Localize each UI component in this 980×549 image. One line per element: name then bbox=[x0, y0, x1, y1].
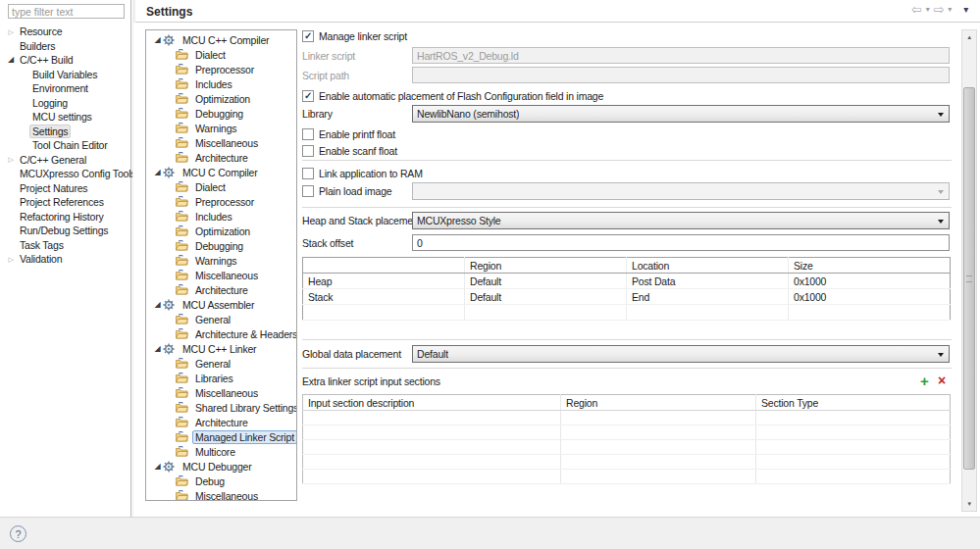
expanded-twisty-icon[interactable]: ◢ bbox=[5, 56, 17, 64]
tool-tree-page[interactable]: General bbox=[146, 356, 296, 371]
preference-tree-item[interactable]: Task Tags bbox=[0, 238, 131, 253]
tool-tree-category[interactable]: ◢MCU C++ Linker bbox=[146, 341, 296, 356]
tool-tree-category[interactable]: ◢MCU C++ Compiler bbox=[146, 32, 296, 47]
tool-tree-page[interactable]: Optimization bbox=[146, 224, 296, 238]
preference-tree-item[interactable]: Run/Debug Settings bbox=[0, 224, 131, 238]
tool-tree-page[interactable]: Shared Library Settings bbox=[146, 400, 296, 415]
table-row[interactable] bbox=[303, 425, 951, 440]
tool-tree-page[interactable]: Architecture bbox=[146, 282, 296, 297]
scroll-up-button[interactable]: ▲ bbox=[962, 30, 976, 44]
global-data-placement-select[interactable]: Default bbox=[412, 345, 950, 363]
tool-tree-page[interactable]: Preprocessor bbox=[146, 62, 296, 76]
back-dropdown-icon[interactable]: ▾ bbox=[926, 6, 930, 14]
preference-tree-item[interactable]: ▷C/C++ General bbox=[0, 153, 131, 168]
tool-tree-page[interactable]: Architecture bbox=[146, 150, 296, 165]
tool-tree-category[interactable]: ◢MCU C Compiler bbox=[146, 165, 296, 179]
tool-tree-page[interactable]: Libraries bbox=[146, 371, 296, 385]
delete-section-icon[interactable]: × bbox=[938, 374, 946, 388]
preference-tree-item[interactable]: ◢C/C++ Build bbox=[0, 53, 131, 68]
tool-tree-page[interactable]: Optimization bbox=[146, 91, 296, 106]
tool-tree-page[interactable]: Includes bbox=[146, 76, 296, 91]
help-icon[interactable]: ? bbox=[10, 525, 26, 542]
back-icon[interactable]: ⇦ bbox=[911, 3, 922, 16]
column-header[interactable]: Input section description bbox=[303, 395, 561, 411]
preference-tree-item[interactable]: Logging bbox=[0, 96, 131, 111]
expanded-twisty-icon[interactable]: ◢ bbox=[152, 345, 163, 353]
plain-load-image-checkbox[interactable] bbox=[302, 185, 314, 197]
tool-tree-page[interactable]: Miscellaneous bbox=[146, 385, 296, 400]
expanded-twisty-icon[interactable]: ◢ bbox=[152, 463, 163, 471]
tool-tree-page[interactable]: Miscellaneous bbox=[146, 135, 296, 150]
view-menu-icon[interactable]: ▾ bbox=[963, 5, 968, 15]
collapsed-twisty-icon[interactable]: ▷ bbox=[5, 256, 17, 263]
tool-tree-page[interactable]: Multicore bbox=[146, 444, 296, 459]
preference-tree-item[interactable]: MCU settings bbox=[0, 110, 131, 125]
scanf-float-checkbox[interactable] bbox=[302, 145, 314, 157]
printf-float-checkbox[interactable] bbox=[302, 128, 314, 140]
tool-settings-tree: ◢MCU C++ CompilerDialectPreprocessorIncl… bbox=[145, 29, 297, 501]
manage-linker-script-checkbox[interactable]: ✓ bbox=[302, 30, 314, 42]
table-row[interactable] bbox=[303, 411, 951, 425]
tool-tree-page[interactable]: Dialect bbox=[146, 179, 296, 194]
expanded-twisty-icon[interactable]: ◢ bbox=[152, 36, 163, 44]
heap-stack-placement-select[interactable]: MCUXpresso Style bbox=[412, 212, 950, 229]
tool-tree-page[interactable]: Miscellaneous bbox=[146, 268, 296, 282]
expanded-twisty-icon[interactable]: ◢ bbox=[152, 301, 163, 309]
scroll-down-button[interactable]: ▼ bbox=[962, 497, 976, 511]
expanded-twisty-icon[interactable]: ◢ bbox=[152, 169, 163, 176]
add-section-icon[interactable]: + bbox=[920, 374, 929, 388]
preference-tree-item[interactable]: Build Variables bbox=[0, 68, 131, 82]
column-header[interactable]: Region bbox=[465, 258, 627, 274]
stack-offset-input[interactable] bbox=[412, 234, 950, 251]
column-header[interactable]: Size bbox=[789, 258, 951, 274]
scrollbar-thumb[interactable] bbox=[963, 87, 975, 470]
preference-tree-item[interactable]: Project Natures bbox=[0, 181, 131, 196]
tool-tree-category[interactable]: ◢MCU Debugger bbox=[146, 459, 296, 474]
tool-tree-page[interactable]: General bbox=[146, 312, 296, 326]
preference-tree-item[interactable]: Environment bbox=[0, 81, 131, 96]
table-row[interactable] bbox=[303, 440, 951, 455]
preference-tree-item[interactable]: Refactoring History bbox=[0, 210, 131, 225]
tool-tree-page[interactable]: Preprocessor bbox=[146, 194, 296, 209]
preference-tree-item[interactable]: ▷Validation bbox=[0, 252, 131, 267]
tool-tree-page[interactable]: Warnings bbox=[146, 253, 296, 268]
preference-tree-item[interactable]: Project References bbox=[0, 195, 131, 210]
tool-tree-page[interactable]: Debugging bbox=[146, 106, 296, 121]
preference-tree-item[interactable]: Builders bbox=[0, 39, 131, 54]
collapsed-twisty-icon[interactable]: ▷ bbox=[5, 156, 17, 163]
tool-tree-page[interactable]: Miscellaneous bbox=[146, 488, 296, 501]
forward-dropdown-icon[interactable]: ▾ bbox=[948, 6, 952, 14]
table-row[interactable]: HeapDefaultPost Data0x1000 bbox=[303, 274, 951, 289]
library-select[interactable]: NewlibNano (semihost) bbox=[412, 105, 950, 123]
tool-tree-page[interactable]: Warnings bbox=[146, 121, 296, 135]
preference-tree-item[interactable]: Settings bbox=[0, 125, 131, 139]
column-header[interactable]: Location bbox=[627, 258, 789, 274]
tool-tree-page[interactable]: Debugging bbox=[146, 238, 296, 253]
forward-icon[interactable]: ⇨ bbox=[934, 3, 945, 16]
tool-tree-page[interactable]: Includes bbox=[146, 209, 296, 224]
link-to-ram-checkbox[interactable] bbox=[302, 168, 314, 179]
collapsed-twisty-icon[interactable]: ▷ bbox=[5, 28, 17, 35]
tool-tree-page[interactable]: Dialect bbox=[146, 47, 296, 62]
column-header[interactable]: Section Type bbox=[756, 395, 951, 411]
tool-tree-label: Shared Library Settings bbox=[192, 401, 297, 415]
column-header[interactable] bbox=[303, 258, 465, 274]
flash-config-checkbox[interactable]: ✓ bbox=[302, 90, 314, 102]
tool-tree-category[interactable]: ◢MCU Assembler bbox=[146, 297, 296, 312]
library-value: NewlibNano (semihost) bbox=[417, 108, 519, 120]
table-row[interactable] bbox=[303, 455, 951, 470]
tool-settings-folder-icon bbox=[176, 123, 189, 134]
table-row[interactable] bbox=[303, 305, 951, 321]
tool-tree-page[interactable]: Architecture & Headers bbox=[146, 326, 296, 341]
preference-tree-item[interactable]: Tool Chain Editor bbox=[0, 138, 131, 153]
column-header[interactable]: Region bbox=[561, 395, 756, 411]
vertical-scrollbar[interactable]: ▲ ▼ bbox=[961, 29, 977, 512]
preference-tree-item[interactable]: MCUXpresso Config Tools bbox=[0, 167, 131, 181]
filter-input[interactable] bbox=[8, 4, 125, 19]
table-row[interactable] bbox=[303, 470, 951, 484]
tool-tree-page[interactable]: Managed Linker Script bbox=[146, 429, 296, 444]
tool-tree-page[interactable]: Architecture bbox=[146, 415, 296, 429]
preference-tree-item[interactable]: ▷Resource bbox=[0, 25, 131, 39]
table-row[interactable]: StackDefaultEnd0x1000 bbox=[303, 289, 951, 305]
tool-tree-page[interactable]: Debug bbox=[146, 474, 296, 488]
